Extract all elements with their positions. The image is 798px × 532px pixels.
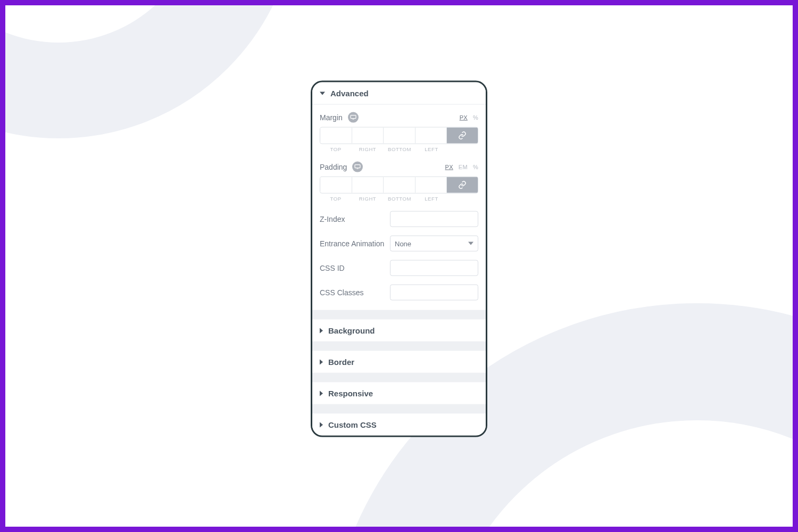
svg-rect-1 [352,119,354,120]
entrance-animation-value: None [395,239,468,247]
margin-top-sublabel: TOP [320,146,352,152]
padding-unit-percent[interactable]: % [473,164,478,170]
margin-bottom-input[interactable] [384,128,415,144]
section-header-responsive[interactable]: Responsive [312,383,486,404]
section-title-responsive: Responsive [328,389,373,398]
section-title-background: Background [328,326,375,335]
section-divider [312,342,486,351]
caret-right-icon [320,328,323,333]
padding-unit-selector: PX EM % [445,164,478,170]
svg-rect-2 [355,165,360,168]
section-body-advanced: Margin PX % [312,105,486,310]
css-classes-row: CSS Classes [320,285,478,301]
margin-control: Margin PX % [320,112,478,152]
entrance-animation-select[interactable]: None [390,236,478,252]
z-index-row: Z-Index [320,211,478,227]
padding-link-values-button[interactable] [447,177,478,193]
z-index-label: Z-Index [320,215,390,223]
css-id-label: CSS ID [320,264,390,272]
css-classes-label: CSS Classes [320,288,390,297]
svg-rect-0 [351,115,356,119]
css-id-input[interactable] [390,260,478,276]
padding-unit-em[interactable]: EM [459,164,468,170]
padding-right-sublabel: RIGHT [352,196,384,202]
margin-left-sublabel: LEFT [415,146,447,152]
section-divider [312,373,486,383]
margin-unit-px[interactable]: PX [460,114,468,121]
section-header-custom-css[interactable]: Custom CSS [312,414,486,436]
padding-unit-px[interactable]: PX [445,164,453,170]
css-classes-input[interactable] [390,285,478,301]
margin-bottom-sublabel: BOTTOM [384,146,415,152]
caret-right-icon [320,359,323,364]
padding-label: Padding [320,163,347,171]
padding-left-input[interactable] [415,177,447,193]
section-title-custom-css: Custom CSS [328,420,377,429]
section-title-advanced: Advanced [330,89,369,98]
section-title-border: Border [328,358,354,367]
style-panel: Advanced Margin PX % [311,81,487,437]
css-id-row: CSS ID [320,260,478,276]
caret-right-icon [320,422,323,427]
padding-right-input[interactable] [352,177,384,193]
padding-control: Padding PX EM % [320,162,478,202]
margin-unit-selector: PX % [460,114,478,121]
section-header-border[interactable]: Border [312,351,486,373]
margin-right-sublabel: RIGHT [352,146,384,152]
margin-link-values-button[interactable] [447,128,478,144]
section-header-advanced[interactable]: Advanced [312,82,486,105]
margin-left-input[interactable] [415,128,447,144]
margin-top-input[interactable] [320,128,352,144]
caret-down-icon [320,92,325,95]
padding-left-sublabel: LEFT [415,196,447,202]
margin-label: Margin [320,113,343,122]
chevron-down-icon [468,242,473,245]
section-divider [312,310,486,320]
section-header-background[interactable]: Background [312,320,486,342]
padding-top-sublabel: TOP [320,196,352,202]
padding-bottom-input[interactable] [384,177,415,193]
entrance-animation-label: Entrance Animation [320,239,390,248]
padding-bottom-sublabel: BOTTOM [384,196,415,202]
svg-rect-3 [357,169,359,169]
padding-top-input[interactable] [320,177,352,193]
caret-right-icon [320,390,323,396]
decorative-circle-top [0,0,298,138]
section-divider [312,404,486,414]
margin-unit-percent[interactable]: % [473,114,478,121]
margin-right-input[interactable] [352,128,384,144]
desktop-device-icon[interactable] [348,112,359,123]
desktop-device-icon[interactable] [352,162,363,172]
entrance-animation-row: Entrance Animation None [320,236,478,252]
z-index-input[interactable] [390,211,478,227]
